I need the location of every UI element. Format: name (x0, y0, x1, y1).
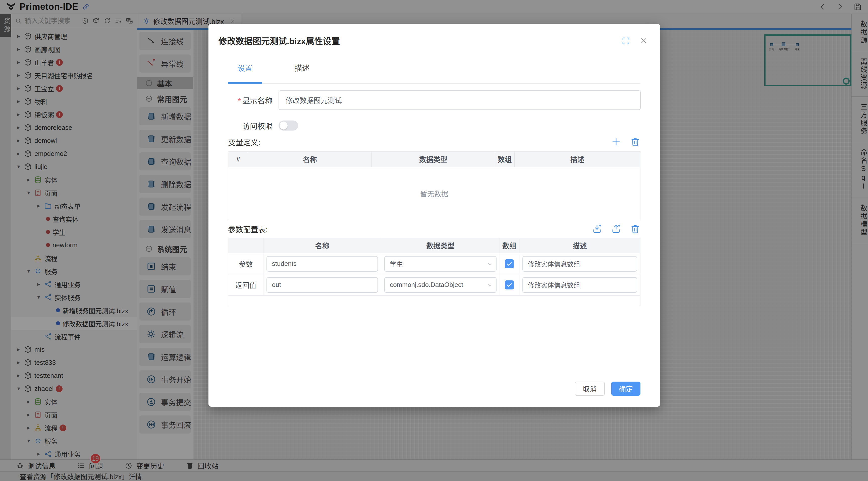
column-header: 数据类型 (372, 152, 495, 167)
access-toggle[interactable] (279, 121, 298, 131)
tab-description[interactable]: 描述 (285, 62, 319, 79)
params-table-header: 名称数据类型数组描述 (228, 238, 641, 253)
column-header: 数据类型 (381, 238, 500, 253)
import-params-icon[interactable] (592, 224, 602, 234)
dialog-tabs: 设置 描述 (228, 62, 342, 79)
column-header: 数组 (500, 238, 519, 253)
params-label: 参数配置表: (228, 223, 268, 234)
export-params-icon[interactable] (611, 224, 621, 234)
primeton-ide-window: Primeton-IDE 资源 AI En文 ▸供应商管理▸画廊视图▸山羊君!▸… (0, 0, 868, 481)
variables-table-header: #名称数据类型数组描述 (228, 151, 641, 167)
access-label: 访问权限 (209, 120, 273, 131)
array-checkbox[interactable] (505, 281, 514, 289)
display-name-row: *显示名称 (209, 90, 641, 110)
param-kind-label: 参数 (228, 253, 264, 274)
variables-table: #名称数据类型数组描述 暂无数据 (228, 151, 641, 220)
dialog-title: 修改数据图元测试.bizx属性设置 (218, 34, 340, 47)
dialog-footer: 取消 确定 (575, 382, 641, 396)
tab-divider (228, 83, 641, 84)
column-header: # (228, 152, 248, 167)
toggle-knob (280, 122, 287, 130)
chevron-down-icon (487, 282, 493, 288)
access-row: 访问权限 (209, 120, 298, 131)
close-dialog-icon[interactable] (640, 36, 648, 45)
param-name-input[interactable] (267, 277, 378, 293)
confirm-button[interactable]: 确定 (611, 382, 641, 396)
param-kind-label: 返回值 (228, 275, 264, 295)
param-name-input[interactable] (267, 256, 378, 271)
column-header: 描述 (515, 152, 640, 167)
params-table-empty-row (228, 295, 641, 306)
column-header: 描述 (519, 238, 640, 253)
column-header: 名称 (264, 238, 381, 253)
param-type-select[interactable] (384, 256, 496, 271)
properties-dialog: 修改数据图元测试.bizx属性设置 设置 描述 *显示名称 访问权限 变量定义: (209, 24, 660, 407)
param-desc-input[interactable] (522, 256, 637, 271)
active-tab-underline (228, 82, 262, 84)
column-header: 数组 (495, 152, 515, 167)
column-header (228, 238, 264, 253)
tab-settings[interactable]: 设置 (228, 62, 262, 79)
params-table-body: 参数返回值 (228, 253, 641, 295)
params-table: 名称数据类型数组描述 参数返回值 (228, 238, 641, 306)
column-header: 名称 (248, 152, 372, 167)
variables-label: 变量定义: (228, 136, 260, 147)
cancel-button[interactable]: 取消 (575, 382, 605, 396)
display-name-label: *显示名称 (209, 95, 273, 106)
check-icon (506, 260, 513, 267)
params-table-row: 返回值 (228, 275, 641, 295)
fullscreen-icon[interactable] (621, 36, 630, 45)
add-variable-icon[interactable] (611, 136, 621, 147)
delete-variable-icon[interactable] (630, 136, 641, 147)
check-icon (506, 281, 513, 288)
display-name-input[interactable] (279, 90, 641, 110)
param-type-select[interactable] (384, 277, 496, 293)
variables-empty-state: 暂无数据 (228, 167, 641, 220)
array-checkbox[interactable] (505, 259, 514, 268)
params-table-row: 参数 (228, 253, 641, 275)
param-desc-input[interactable] (522, 277, 637, 293)
params-section-header: 参数配置表: (228, 223, 641, 234)
variables-section-header: 变量定义: (228, 136, 641, 147)
chevron-down-icon (487, 261, 493, 267)
required-asterisk: * (238, 97, 241, 105)
delete-params-icon[interactable] (630, 224, 641, 234)
